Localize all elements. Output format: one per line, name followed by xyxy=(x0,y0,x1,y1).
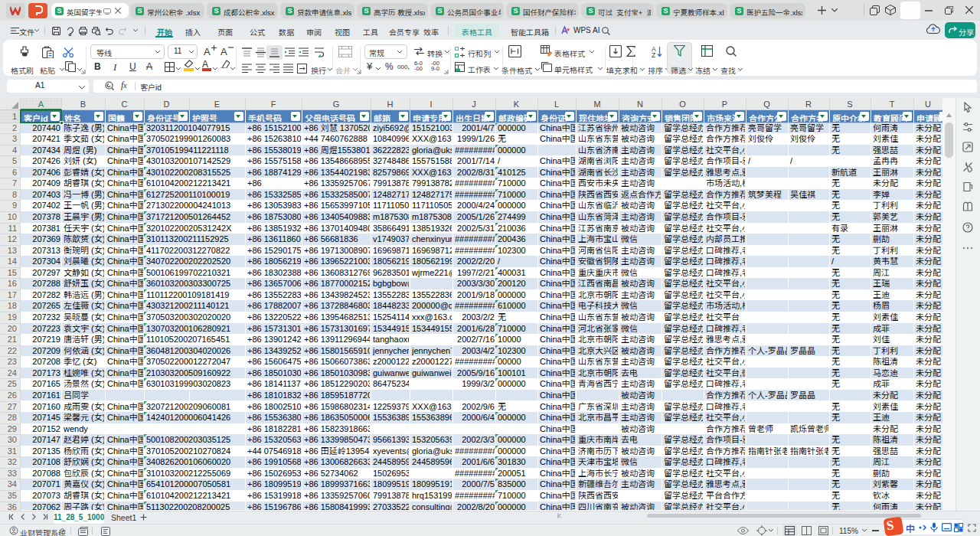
svg-text:Z: Z xyxy=(652,51,655,57)
svg-text:9-0: 9-0 xyxy=(431,65,439,70)
svg-text:-00: -00 xyxy=(414,65,423,70)
